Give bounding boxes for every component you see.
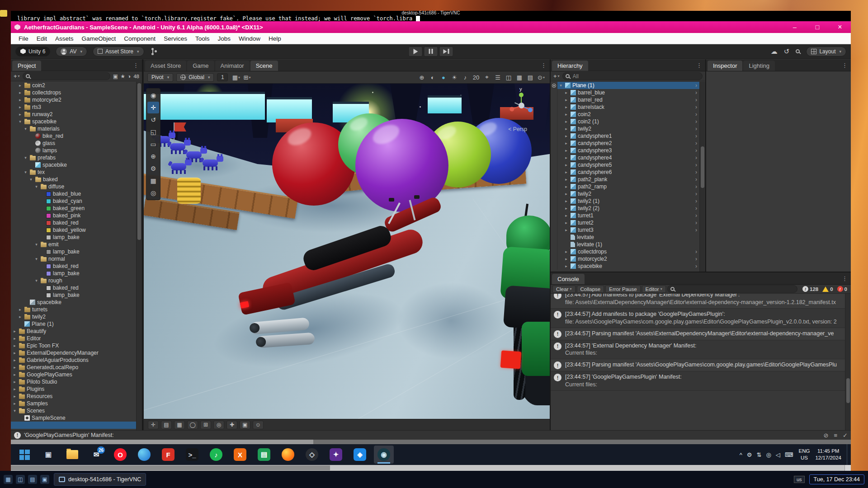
- expand-arrow-icon[interactable]: ▸: [564, 105, 569, 109]
- account-dropdown[interactable]: AV: [56, 47, 87, 56]
- expand-arrow-icon[interactable]: ▸: [564, 228, 569, 232]
- project-item[interactable]: ▸Samples: [11, 400, 136, 407]
- unity-hub[interactable]: ◇: [302, 446, 322, 464]
- maximize-button[interactable]: [810, 23, 825, 32]
- visibility-gutter[interactable]: [551, 147, 557, 154]
- project-search-input[interactable]: [33, 73, 107, 80]
- prefab-chevron-icon[interactable]: [695, 147, 699, 154]
- prefab-chevron-icon[interactable]: [695, 220, 699, 226]
- view-tool[interactable]: ◉: [147, 89, 159, 101]
- expand-arrow-icon[interactable]: ▸: [564, 90, 569, 95]
- expand-arrow-icon[interactable]: ▾: [28, 177, 33, 182]
- mini-snap-icon[interactable]: ⊞: [200, 421, 211, 429]
- expand-arrow-icon[interactable]: ▸: [12, 387, 17, 391]
- hierarchy-row[interactable]: ▸twily2: [551, 125, 699, 132]
- hierarchy-row[interactable]: ▸collectdrops: [551, 248, 699, 255]
- visibility-gutter[interactable]: [551, 161, 557, 169]
- transform-tool[interactable]: ⊕: [147, 150, 159, 162]
- scrollbar-thumb[interactable]: [11, 465, 330, 470]
- snap-grid-dropdown[interactable]: ▦: [231, 73, 241, 82]
- project-item[interactable]: baked_cyan: [11, 197, 136, 205]
- taskbar-window-button[interactable]: desktop-541c686 - TigerVNC: [54, 473, 146, 486]
- tray-settings-icon[interactable]: ⚙: [747, 451, 752, 458]
- tab-hierarchy[interactable]: Hierarchy: [552, 61, 588, 71]
- mini-avatar-icon[interactable]: ☺: [253, 421, 264, 429]
- handle-space-dropdown[interactable]: Global: [176, 73, 214, 82]
- search-by-label-icon[interactable]: ★: [120, 73, 125, 80]
- project-item[interactable]: baked_red: [11, 284, 136, 291]
- console-message[interactable]: [23:44:57] 'GooglePlayGamesPlugin' Manif…: [551, 371, 845, 391]
- hierarchy-row[interactable]: levitate (1): [551, 241, 699, 248]
- search-by-type-icon[interactable]: ▣: [113, 73, 118, 80]
- project-item[interactable]: ▾emit: [11, 241, 136, 248]
- visibility-gutter[interactable]: [551, 132, 557, 140]
- project-item[interactable]: ▾prefabs: [11, 154, 136, 161]
- visibility-gutter[interactable]: [551, 89, 557, 96]
- hierarchy-item[interactable]: ▾Plane (1): [557, 82, 699, 89]
- close-button[interactable]: [833, 23, 847, 32]
- spotify[interactable]: ♪: [206, 446, 226, 464]
- visibility-gutter[interactable]: [551, 103, 557, 111]
- prefab-chevron-icon[interactable]: [695, 169, 699, 175]
- visibility-gutter[interactable]: [551, 190, 557, 197]
- expand-arrow-icon[interactable]: ▸: [564, 249, 569, 254]
- hidden-objects-icon[interactable]: ◐: [428, 73, 438, 82]
- app-blue[interactable]: ◈: [350, 446, 370, 464]
- clock-indicator[interactable]: 11:45 PM 12/17/2024: [815, 448, 841, 461]
- menu-component[interactable]: Component: [120, 35, 160, 42]
- hierarchy-item[interactable]: ▸twily2: [557, 125, 699, 132]
- expand-arrow-icon[interactable]: ▸: [564, 213, 569, 218]
- expand-arrow-icon[interactable]: ▸: [564, 141, 569, 145]
- project-menu-icon[interactable]: [133, 62, 139, 69]
- expand-arrow-icon[interactable]: ▸: [18, 112, 23, 117]
- mail[interactable]: ✉26: [86, 446, 106, 464]
- hierarchy-search-input[interactable]: [573, 73, 699, 80]
- play-button[interactable]: [409, 47, 423, 56]
- visibility-gutter[interactable]: [551, 176, 557, 183]
- expand-arrow-icon[interactable]: ▸: [564, 199, 569, 203]
- project-item[interactable]: ▸rts3: [11, 103, 136, 111]
- hierarchy-row[interactable]: ▸candysphere1: [551, 132, 699, 140]
- visibility-gutter[interactable]: [551, 169, 557, 176]
- prefab-chevron-icon[interactable]: [695, 198, 699, 204]
- prefab-chevron-icon[interactable]: [695, 140, 699, 146]
- expand-arrow-icon[interactable]: ▾: [23, 127, 28, 131]
- hierarchy-item[interactable]: ▸collectdrops: [557, 248, 699, 255]
- visibility-gutter[interactable]: [551, 125, 557, 132]
- grid-toggle-icon[interactable]: ▦: [514, 73, 524, 82]
- audio-toggle-icon[interactable]: ♪: [460, 73, 470, 82]
- unity-title-bar[interactable]: AetherfractGuardians - SampleScene - And…: [11, 21, 851, 33]
- hierarchy-item[interactable]: ▸coin2 (1): [557, 118, 699, 125]
- editor-dropdown[interactable]: Editor: [642, 286, 666, 293]
- scale-tool[interactable]: ◱: [147, 126, 159, 138]
- menu-file[interactable]: File: [14, 35, 33, 42]
- tab-game[interactable]: Game: [187, 61, 214, 71]
- expand-arrow-icon[interactable]: ▸: [564, 163, 569, 167]
- project-scrollbar[interactable]: [136, 82, 142, 430]
- hierarchy-row[interactable]: ▸turret2: [551, 219, 699, 226]
- hierarchy-item[interactable]: ▸candysphere3: [557, 147, 699, 154]
- hierarchy-item[interactable]: ▸candysphere5: [557, 161, 699, 169]
- prefab-chevron-icon[interactable]: [695, 263, 699, 269]
- start-button[interactable]: [14, 446, 34, 464]
- expand-arrow-icon[interactable]: ▸: [564, 148, 569, 153]
- expand-arrow-icon[interactable]: ▾: [23, 155, 28, 160]
- expand-arrow-icon[interactable]: ▾: [34, 278, 39, 283]
- expand-arrow-icon[interactable]: ▾: [12, 408, 17, 413]
- prefab-chevron-icon[interactable]: [695, 162, 699, 168]
- status-ok-icon[interactable]: ✓: [843, 432, 848, 439]
- project-item[interactable]: lamp_bake: [11, 248, 136, 255]
- app-orange-x[interactable]: X: [230, 446, 250, 464]
- hierarchy-row[interactable]: ▸twily2 (2): [551, 205, 699, 212]
- host-clock[interactable]: Tue, 17 Dec 23:44: [809, 474, 864, 484]
- cloud-icon[interactable]: ☁: [771, 47, 778, 56]
- snap-increment[interactable]: 1: [217, 73, 228, 81]
- hierarchy-row[interactable]: ▸barrel_blue: [551, 89, 699, 96]
- expand-arrow-icon[interactable]: ▸: [564, 184, 569, 189]
- project-item[interactable]: ▾tex: [11, 169, 136, 176]
- visibility-gutter[interactable]: [551, 241, 557, 248]
- twod-toggle-icon[interactable]: ●: [439, 73, 448, 82]
- hierarchy-item[interactable]: ▸barrelstack: [557, 103, 699, 111]
- opera[interactable]: O: [110, 446, 130, 464]
- expand-arrow-icon[interactable]: ▾: [34, 184, 39, 189]
